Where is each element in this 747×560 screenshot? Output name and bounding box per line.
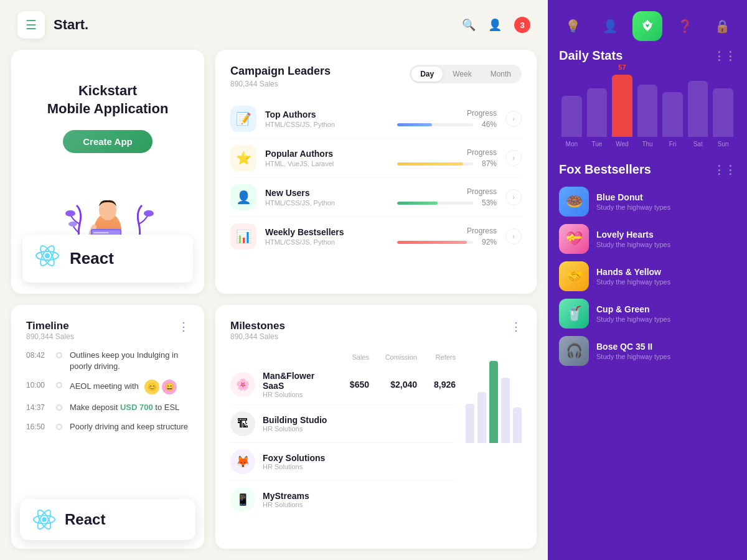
fox-item-lovely-hearts[interactable]: 💝 Lovely Hearts Study the highway types (559, 224, 736, 254)
brand-name: Start. (54, 17, 88, 33)
sidebar-icon-lightbulb[interactable]: 💡 (558, 11, 588, 41)
popular-authors-arrow[interactable]: › (505, 150, 522, 166)
header: ☰ Start. 🔍 👤 3 (0, 0, 548, 50)
fox-thumb-lovely-hearts: 💝 (559, 224, 589, 254)
fox-item-hands-yellow[interactable]: 🤝 Hands & Yellow Study the highway types (559, 261, 736, 291)
milestones-title: Milestones (230, 320, 285, 332)
tab-group: Day Week Month (410, 65, 522, 83)
popular-authors-progress: Progress 87% (397, 148, 497, 168)
content-grid: KickstartMobile Application Create App (0, 50, 548, 560)
react-badge: React (22, 235, 193, 282)
new-users-icon: 👤 (230, 184, 256, 210)
timeline-header: Timeline 890,344 Sales ⋮ (26, 320, 189, 341)
campaign-row-weekly: 📊 Weekly Bestsellers HTML/CSS/JS, Python… (230, 217, 522, 256)
timeline-item-1: 08:42 Outlines keep you Indulging in poo… (26, 350, 189, 372)
logo-box: ☰ (17, 11, 45, 39)
fox-info-bose-qc35: Bose QC 35 II Study the highway types (596, 342, 736, 360)
sidebar-icon-fox-active[interactable] (632, 11, 662, 41)
timeline-card: Timeline 890,344 Sales ⋮ 08:42 Outlines … (11, 305, 204, 549)
building-studio-name: Building Studio (263, 415, 327, 425)
chart-col-wed: 57 Wed (612, 75, 632, 147)
timeline-item-2: 10:00 AEOL meeting with 😊 😄 (26, 380, 189, 394)
notification-badge[interactable]: 3 (514, 17, 530, 33)
campaign-row-popular-authors: ⭐ Popular Authors HTML, VueJS, Laravel P… (230, 139, 522, 178)
campaign-row-new-users: 👤 New Users HTML/CSS/JS, Python Progress… (230, 178, 522, 217)
fox-item-bose-qc35[interactable]: 🎧 Bose QC 35 II Study the highway types (559, 336, 736, 366)
bar-4 (501, 378, 510, 443)
campaign-row-top-authors: 📝 Top Authors HTML/CSS/JS, Python Progre… (230, 100, 522, 139)
tab-month[interactable]: Month (482, 67, 520, 82)
react-logo (32, 508, 56, 531)
popular-authors-icon: ⭐ (230, 145, 256, 171)
user-icon[interactable]: 👤 (488, 18, 502, 32)
fox-info-lovely-hearts: Lovely Hearts Study the highway types (596, 230, 736, 248)
sidebar-icon-user[interactable]: 👤 (595, 11, 625, 41)
daily-stats-section: Daily Stats ⋮⋮ Mon Tue 57 (559, 49, 736, 147)
svg-point-17 (42, 517, 47, 522)
bar-1 (466, 404, 474, 443)
tab-week[interactable]: Week (444, 67, 480, 82)
campaign-header: Campaign Leaders 890,344 Sales Day Week … (230, 65, 522, 88)
timeline-subtitle: 890,344 Sales (26, 332, 74, 341)
fox-bestsellers-title: Fox Bestsellers ⋮⋮ (559, 162, 736, 177)
timeline-title: Timeline (26, 320, 74, 332)
chart-peak-value: 57 (618, 63, 626, 71)
milestones-col-headers: Sales Comission Refers (230, 350, 456, 365)
create-app-button[interactable]: Create App (63, 130, 152, 153)
sidebar-icon-lock[interactable]: 🔒 (707, 11, 737, 41)
sidebar-icon-bar: 💡 👤 ❓ 🔒 (548, 0, 747, 49)
fox-info-cup-green: Cup & Green Study the highway types (596, 304, 736, 323)
chart-col-sat: Sat (688, 81, 708, 147)
new-users-info: New Users HTML/CSS/JS, Python (265, 188, 388, 207)
main-area: ☰ Start. 🔍 👤 3 KickstartMobile Applicati… (0, 0, 548, 560)
fox-item-blue-donut[interactable]: 🍩 Blue Donut Study the highway types (559, 187, 736, 217)
react-text: React (65, 511, 105, 528)
react-label: React (70, 249, 114, 268)
top-authors-arrow[interactable]: › (505, 111, 522, 127)
svg-rect-10 (93, 232, 109, 233)
campaign-title: Campaign Leaders (230, 65, 331, 78)
campaign-title-wrap: Campaign Leaders 890,344 Sales (230, 65, 331, 88)
daily-stats-chart: Mon Tue 57 Wed Thu (559, 73, 736, 147)
menu-icon: ☰ (26, 17, 37, 32)
sidebar-icon-question[interactable]: ❓ (670, 11, 700, 41)
react-icon (35, 243, 60, 274)
weekly-bestsellers-arrow[interactable]: › (505, 228, 522, 245)
chart-col-mon: Mon (561, 96, 582, 147)
new-users-progress: Progress 53% (397, 187, 497, 207)
milestone-row-2: 🏗 Building Studio HR Solutions (230, 405, 456, 443)
bar-5 (513, 408, 522, 443)
top-authors-progress: Progress 46% (397, 109, 497, 129)
sidebar-content: Daily Stats ⋮⋮ Mon Tue 57 (548, 49, 747, 560)
timeline-more-icon[interactable]: ⋮ (178, 320, 189, 334)
right-sidebar: 💡 👤 ❓ 🔒 Daily Stats ⋮⋮ Mon (548, 0, 747, 560)
fox-item-cup-green[interactable]: 🥤 Cup & Green Study the highway types (559, 299, 736, 329)
fox-info-hands-yellow: Hands & Yellow Study the highway types (596, 267, 736, 286)
kickstart-card: KickstartMobile Application Create App (11, 50, 204, 294)
fox-info-blue-donut: Blue Donut Study the highway types (596, 192, 736, 211)
daily-stats-title: Daily Stats ⋮⋮ (559, 49, 736, 63)
react-badge-overlay: React (20, 499, 195, 540)
milestones-more-icon[interactable]: ⋮ (510, 320, 522, 334)
weekly-bestsellers-progress: Progress 92% (397, 226, 497, 246)
chart-col-sun: Sun (713, 88, 733, 147)
new-users-arrow[interactable]: › (505, 189, 522, 205)
avatar-1: 😊 (144, 380, 159, 394)
top-authors-icon: 📝 (230, 106, 256, 132)
header-left: ☰ Start. (17, 11, 88, 39)
weekly-bestsellers-icon: 📊 (230, 223, 256, 250)
fox-thumb-bose-qc35: 🎧 (559, 336, 589, 366)
fox-icon-svg (639, 17, 656, 35)
svg-point-1 (65, 210, 75, 217)
campaign-subtitle: 890,344 Sales (230, 80, 331, 88)
milestones-bar-chart (456, 350, 522, 449)
chart-col-thu: Thu (637, 85, 658, 147)
tab-day[interactable]: Day (411, 67, 443, 82)
milestones-header: Milestones 890,344 Sales ⋮ (230, 320, 522, 341)
bar-3-highlight (489, 361, 498, 443)
avatar-2: 😄 (162, 380, 177, 394)
chart-col-fri: Fri (662, 92, 683, 147)
search-icon[interactable]: 🔍 (462, 18, 476, 32)
daily-stats-more-icon[interactable]: ⋮⋮ (713, 49, 736, 63)
fox-bestsellers-more-icon[interactable]: ⋮⋮ (713, 163, 736, 177)
